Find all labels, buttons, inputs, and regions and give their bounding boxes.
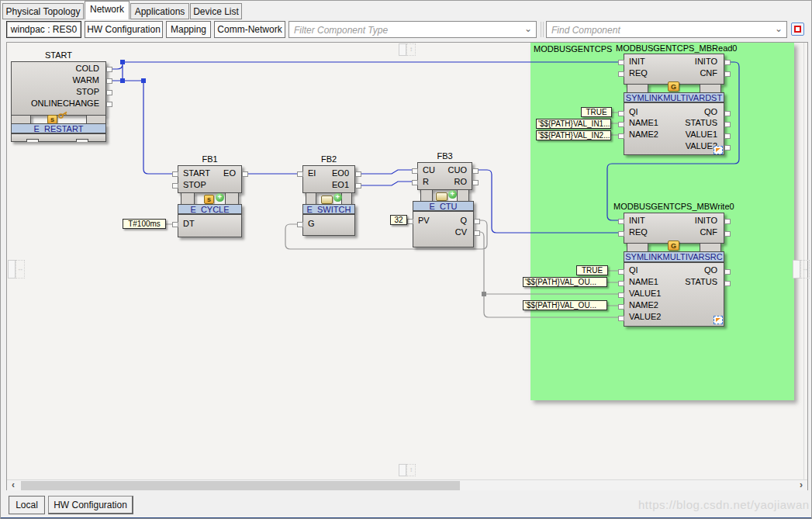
pin-onlinechange[interactable]	[106, 102, 112, 107]
pin-inito-out[interactable]	[724, 219, 731, 224]
pin-cv-out[interactable]	[474, 230, 480, 236]
pin-cu-in[interactable]	[412, 168, 418, 174]
block-footer	[11, 133, 106, 142]
application-window: Physical Topology Network Applications D…	[0, 0, 812, 519]
value-box-name2[interactable]: '$${PATH}VAL_IN2...	[536, 130, 611, 140]
value-box-qi[interactable]: TRUE	[576, 265, 608, 275]
value-box-name1[interactable]: '$${PATH}VAL_OU...	[523, 277, 607, 287]
data-input-label: VALUE2	[629, 312, 661, 322]
event-input-label: R	[423, 177, 429, 187]
block-neck	[420, 190, 433, 201]
block-neck	[341, 193, 352, 204]
pin-cold[interactable]	[106, 67, 112, 72]
pin-qo-out[interactable]	[724, 111, 731, 116]
pin-dt-in[interactable]	[172, 222, 178, 227]
pin-value1-in[interactable]	[618, 292, 624, 298]
horizontal-scrollbar[interactable]: ‹ ›	[7, 479, 807, 490]
pin-cuo-out[interactable]	[472, 168, 479, 174]
pin-init-in[interactable]	[618, 60, 624, 65]
fb-type-name[interactable]: E_CYCLE	[178, 204, 242, 214]
pin-value2-in[interactable]	[618, 316, 624, 321]
pin-eo0-out[interactable]	[355, 171, 361, 177]
pin-r-in[interactable]	[412, 180, 418, 185]
pin-name1-in[interactable]	[618, 122, 624, 127]
event-input-label: CU	[423, 165, 435, 175]
pin-inito-out[interactable]	[724, 60, 731, 65]
pin-g-in[interactable]	[297, 222, 303, 227]
block-neck	[627, 85, 648, 92]
fb-type-name[interactable]: E_RESTART	[11, 123, 106, 133]
value-box-dt[interactable]: T#100ms	[123, 219, 166, 229]
pin-req-in[interactable]	[618, 71, 624, 77]
pin-name2-in[interactable]	[618, 304, 624, 310]
bottom-tab-local[interactable]: Local	[9, 496, 45, 514]
pin-value1-out[interactable]	[724, 133, 731, 139]
data-input-label: NAME2	[629, 300, 658, 310]
data-output-label: QO	[704, 265, 717, 275]
fb-fb1[interactable]: FB1 START STOP EO s + E_CYCLE DT	[178, 165, 242, 237]
pin-value2-out[interactable]	[724, 145, 731, 151]
scroll-right-icon[interactable]: ›	[795, 480, 807, 490]
pin-eo-out[interactable]	[242, 171, 248, 177]
fb-instance-name: FB3	[417, 151, 472, 161]
pin-stop[interactable]	[106, 90, 112, 95]
fb-type-name[interactable]: SYMLINKMULTIVARDST	[624, 92, 724, 102]
pin-eo1-out[interactable]	[355, 183, 361, 189]
pin-init-in[interactable]	[618, 219, 624, 224]
pin-req-in[interactable]	[618, 231, 624, 237]
pin-warm[interactable]	[106, 78, 112, 84]
value-box-name1[interactable]: '$${PATH}VAL_IN1...	[536, 119, 611, 129]
pin-q-out[interactable]	[474, 219, 480, 224]
fb-instance-name: START	[11, 50, 106, 60]
value-box-pv[interactable]: 32	[390, 215, 407, 225]
pin-status-out[interactable]	[724, 281, 731, 286]
scroll-left-icon[interactable]: ‹	[7, 480, 19, 490]
event-input-label: INIT	[629, 57, 645, 67]
fb-type-name[interactable]: E_SWITCH	[302, 204, 355, 214]
event-output-label: EO0	[332, 168, 349, 178]
event-input-label: STOP	[183, 180, 206, 190]
event-output-label: EO	[223, 168, 236, 178]
pin-ro-out[interactable]	[472, 180, 479, 185]
gateway-badge-icon: G	[668, 240, 679, 251]
footer-notch	[76, 139, 88, 142]
plus-badge-icon: +	[333, 193, 342, 202]
chip-badge-icon	[436, 192, 447, 201]
pin-status-out[interactable]	[724, 122, 731, 127]
mapping-indicator-icon	[714, 316, 723, 324]
fb-fb2[interactable]: FB2 EI EO0 EO1 + E_SWITCH G	[302, 165, 355, 236]
event-output-label: CNF	[700, 227, 717, 237]
fb-mbread[interactable]: MODBUSGENTCPS_MBRead0 INIT REQ INITO CNF…	[624, 54, 724, 155]
pin-stop-in[interactable]	[172, 183, 178, 189]
value-box-name2[interactable]: '$${PATH}VAL_OU...	[523, 300, 607, 310]
block-neck	[457, 190, 469, 201]
pin-cnf-out[interactable]	[724, 71, 731, 77]
fb-start[interactable]: START COLD WARM STOP ONLINECHANGE s E_RE…	[11, 61, 106, 143]
event-input-label: EI	[308, 168, 316, 178]
pin-qi-in[interactable]	[618, 269, 624, 275]
fb-type-name[interactable]: E_CTU	[413, 201, 474, 211]
pin-start-in[interactable]	[172, 171, 178, 177]
bottom-tab-hw-configuration[interactable]: HW Configuration	[48, 496, 133, 514]
block-neck	[627, 244, 648, 251]
plus-badge-icon: +	[448, 190, 457, 199]
pin-qi-in[interactable]	[618, 111, 624, 116]
fb-mbwrite[interactable]: MODBUSGENTCPS_MBWrite0 INIT REQ INITO CN…	[624, 213, 724, 327]
data-input-label: DT	[183, 219, 195, 229]
fb-type-name[interactable]: SYMLINKMULTIVARSRC	[624, 251, 724, 262]
pin-cnf-out[interactable]	[724, 231, 731, 237]
pin-ei-in[interactable]	[297, 171, 303, 177]
event-output-label: STOP	[76, 87, 99, 97]
fb-instance-name: FB1	[178, 154, 242, 164]
data-input-label: QI	[629, 265, 638, 275]
value-box-qi[interactable]: TRUE	[581, 107, 612, 117]
pin-pv-in[interactable]	[407, 219, 413, 224]
fb-fb3[interactable]: FB3 CU R CUO RO + E_CTU PV Q CV	[413, 162, 474, 247]
mapping-indicator-icon	[714, 146, 723, 154]
block-neck	[700, 244, 721, 251]
event-output-label: CUO	[448, 165, 467, 175]
scrollbar-thumb[interactable]	[21, 481, 460, 490]
pin-qo-out[interactable]	[724, 269, 731, 275]
pin-name2-in[interactable]	[618, 133, 624, 139]
pin-name1-in[interactable]	[618, 281, 624, 286]
